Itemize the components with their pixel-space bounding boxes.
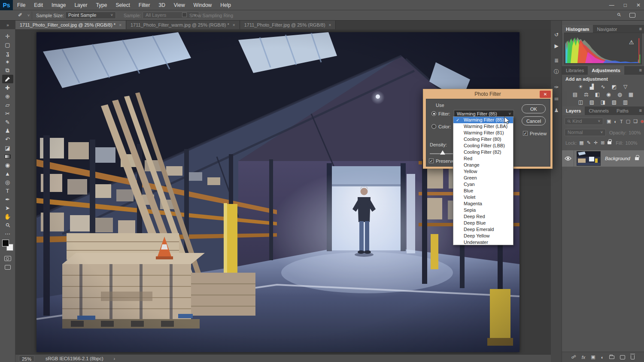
filter-pixel-layers-icon[interactable]: ▣ [607, 119, 611, 124]
content-aware-move-tool[interactable]: ✂ [2, 109, 13, 118]
new-group-icon[interactable] [609, 356, 614, 359]
quick-selection-tool[interactable]: ✶ [2, 58, 13, 66]
layer-filter-toggle[interactable] [641, 120, 644, 123]
lock-move-icon[interactable]: ✛ [594, 140, 598, 146]
lock-paint-icon[interactable]: ✎ [587, 140, 591, 146]
preserve-luminosity-checkbox[interactable]: ✓ [429, 158, 434, 163]
tab-channels[interactable]: Channels [585, 106, 612, 115]
canvas-photo[interactable] [36, 32, 519, 352]
foreground-color-swatch[interactable] [2, 240, 9, 246]
adjustment-posterize-icon[interactable]: ▨ [588, 99, 595, 105]
adjustment-photo-filter-icon[interactable]: ◉ [605, 91, 612, 97]
filter-radio[interactable] [431, 111, 436, 116]
dialog-close-button[interactable]: ✕ [540, 91, 551, 98]
info-panel-icon[interactable]: ⓘ [551, 67, 562, 76]
doc-tab-original[interactable]: 1711_Photo_Filter.jpg @ 25% (RGB/8) × [240, 21, 336, 29]
layer-style-icon[interactable]: fx [582, 355, 586, 360]
filter-smart-objects-icon[interactable]: ❏ [633, 119, 638, 124]
eyedropper-tool[interactable] [2, 75, 13, 83]
dropdown-item[interactable]: Cooling Filter (LBB) [453, 143, 513, 149]
clone-stamp-tool[interactable]: ♟ [2, 126, 13, 135]
dropdown-item[interactable]: Warming Filter (81) [453, 130, 513, 136]
sample-size-select[interactable]: Point Sample ˅ [65, 12, 116, 19]
blur-tool[interactable]: ◉ [2, 161, 13, 169]
actions-panel-icon[interactable]: ▶ [551, 41, 562, 51]
menu-image[interactable]: Image [47, 0, 70, 10]
adjustment-threshold-icon[interactable]: ◨ [599, 99, 607, 105]
tab-libraries[interactable]: Libraries [562, 66, 588, 75]
tool-preset-chevron-icon[interactable]: ˅ [27, 13, 30, 18]
link-layers-icon[interactable]: ☍ [571, 354, 576, 360]
adjustment-curves-icon[interactable]: ∿ [599, 83, 607, 90]
menu-type[interactable]: Type [91, 0, 111, 10]
lasso-tool[interactable]: ʓ [2, 49, 13, 58]
tab-navigator[interactable]: Navigator [593, 25, 621, 33]
menu-help[interactable]: Help [216, 0, 235, 10]
eyedropper-preset-icon[interactable]: ✐ [18, 12, 22, 18]
properties-panel-icon[interactable]: ≣ [551, 56, 562, 65]
filter-shape-layers-icon[interactable]: ▢ [626, 119, 630, 124]
adjustment-invert-icon[interactable]: ◫ [577, 99, 584, 105]
preview-checkbox[interactable]: ✓ [523, 131, 528, 136]
workspace-icon[interactable] [629, 13, 635, 18]
marquee-tool[interactable]: ▢ [2, 40, 13, 49]
sharpen-tool[interactable]: ▲ [2, 169, 13, 178]
dropdown-item[interactable]: Red [453, 155, 513, 162]
adjustment-exposure-icon[interactable]: ◩ [611, 83, 618, 90]
adjustment-gradient-map-icon[interactable]: ▧ [611, 99, 618, 105]
menu-window[interactable]: Window [189, 0, 216, 10]
new-adjustment-layer-icon[interactable]: ◐ [601, 355, 604, 360]
dropdown-item[interactable]: Orange [453, 162, 513, 168]
history-brush-tool[interactable]: ↶ [2, 135, 13, 143]
dropdown-item[interactable]: Green [453, 175, 513, 181]
tab-layers[interactable]: Layers [562, 106, 585, 115]
dropdown-item[interactable]: Cooling Filter (80) [453, 136, 513, 143]
minimize-button[interactable]: — [609, 2, 614, 8]
panel-menu-icon[interactable]: ≡ [639, 108, 642, 113]
tab-close-icon[interactable]: × [329, 23, 331, 27]
lock-all-icon[interactable] [608, 141, 611, 144]
patch-tool[interactable]: ▱ [2, 100, 13, 109]
adjustment-hue-saturation-icon[interactable]: ▤ [571, 91, 579, 97]
lock-artboard-icon[interactable]: ⊞ [601, 140, 605, 146]
density-slider-thumb[interactable] [440, 150, 445, 155]
dropdown-item[interactable]: Cooling Filter (82) [453, 149, 513, 155]
status-options-chevron-icon[interactable]: › [114, 356, 115, 361]
eraser-tool[interactable]: ◪ [2, 143, 13, 152]
adjustment-black-white-icon[interactable]: ◧ [594, 91, 601, 97]
cancel-button[interactable]: Cancel [522, 116, 546, 125]
color-radio[interactable] [431, 124, 436, 129]
menu-view[interactable]: View [170, 0, 189, 10]
doc-tab-cool[interactable]: 1711_Photo_Filter_cool.jpg @ 25% (RGB/8)… [15, 21, 126, 29]
path-selection-tool[interactable]: ➤ [2, 204, 13, 212]
dropdown-item[interactable]: Deep Emerald [453, 226, 513, 233]
tab-paths[interactable]: Paths [613, 106, 632, 115]
toolbar-collapse-icon[interactable]: » [0, 21, 15, 29]
crop-tool[interactable]: ⧉ [2, 66, 13, 75]
menu-file[interactable]: File [13, 0, 30, 10]
layer-thumbnail[interactable] [577, 151, 601, 166]
doc-tab-warm[interactable]: 1711_Photo_Filter_warm.jpg @ 25% (RGB/8)… [126, 21, 240, 29]
healing-brush-tool[interactable]: ⊕ [2, 92, 13, 100]
search-icon[interactable]: ⚲ [616, 12, 623, 18]
history-panel-icon[interactable]: ↺ [551, 30, 562, 40]
move-tool[interactable]: ✛ [2, 32, 13, 40]
adjustment-levels-icon[interactable]: ▟ [588, 83, 595, 90]
dropdown-item[interactable]: Cyan [453, 181, 513, 188]
dropdown-item[interactable]: Deep Blue [453, 220, 513, 226]
adjustment-selective-color-icon[interactable]: ▥ [622, 99, 629, 105]
dropdown-item[interactable]: Deep Yellow [453, 233, 513, 239]
tab-adjustments[interactable]: Adjustments [588, 66, 624, 75]
filter-adjustment-layers-icon[interactable]: ◐ [614, 119, 617, 124]
lock-transparency-icon[interactable]: ▦ [579, 140, 583, 146]
delete-layer-icon[interactable] [631, 355, 635, 359]
gradient-tool[interactable] [2, 152, 13, 161]
new-layer-icon[interactable] [620, 355, 625, 359]
dropdown-item[interactable]: Magenta [453, 201, 513, 207]
spot-healing-tool[interactable]: ✚ [2, 83, 13, 92]
tab-histogram[interactable]: Histogram [562, 25, 593, 33]
ok-button[interactable]: OK [522, 104, 546, 113]
pen-tool[interactable]: ✒ [2, 195, 13, 204]
smudge-tool[interactable]: ◎ [2, 178, 13, 186]
dropdown-item[interactable]: Underwater [453, 239, 513, 246]
